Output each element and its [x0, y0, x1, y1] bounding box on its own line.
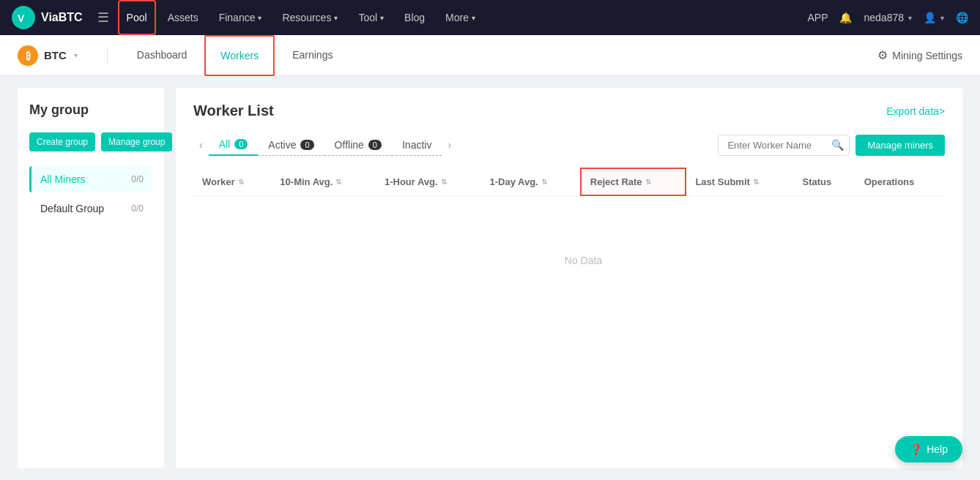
col-1day: 1-Day Avg. ⇅ [480, 168, 580, 195]
mining-settings-link[interactable]: ⚙ Mining Settings [877, 48, 962, 62]
help-button[interactable]: ❓ Help [895, 436, 962, 462]
chevron-down-icon: ▾ [258, 14, 261, 22]
chevron-down-icon: ▾ [380, 14, 384, 22]
logo-text: ViaBTC [41, 11, 83, 24]
content-header: Worker List Export data> [193, 102, 945, 119]
sidebar-item-all-miners[interactable]: All Miners 0/0 [29, 166, 152, 192]
col-worker: Worker ⇅ [193, 168, 271, 195]
user-chevron-icon: ▾ [908, 14, 912, 22]
filter-tab-active[interactable]: Active 0 [258, 135, 324, 156]
no-data-cell: No Data [480, 195, 686, 325]
tab-earnings[interactable]: Earnings [278, 35, 347, 76]
btc-icon: ₿ [18, 45, 38, 66]
sort-icon: ⇅ [335, 178, 341, 186]
filter-bar: ‹ All 0 Active 0 Offline 0 Inactiv › [193, 134, 945, 156]
filter-tab-offline[interactable]: Offline 0 [324, 135, 392, 156]
account-chevron-icon: ▾ [940, 14, 944, 22]
offline-badge: 0 [368, 140, 382, 150]
language-icon[interactable]: 🌐 [956, 12, 968, 23]
coin-chevron-icon: ▾ [74, 51, 78, 59]
create-group-button[interactable]: Create group [29, 132, 95, 151]
col-reject-rate: Reject Rate ⇅ [581, 168, 686, 195]
notification-icon[interactable]: 🔔 [839, 12, 852, 23]
default-group-badge: 0/0 [131, 203, 144, 214]
col-10min: 10-Min Avg. ⇅ [271, 168, 376, 195]
worker-table: Worker ⇅ 10-Min Avg. ⇅ 1 [193, 168, 945, 325]
col-1hour: 1-Hour Avg. ⇅ [376, 168, 481, 195]
sub-navigation: ₿ BTC ▾ Dashboard Workers Earnings ⚙ Min… [0, 35, 980, 76]
nav-right: APP 🔔 neda878 ▾ 👤 ▾ 🌐 [807, 12, 968, 23]
nav-item-tool[interactable]: Tool ▾ [349, 0, 393, 35]
active-badge: 0 [300, 140, 313, 150]
manage-miners-button[interactable]: Manage miners [855, 135, 945, 156]
sort-icon: ⇅ [645, 178, 651, 186]
search-area: 🔍 Manage miners [718, 135, 945, 156]
search-button[interactable]: 🔍 [831, 139, 844, 151]
nav-item-assets[interactable]: Assets [159, 0, 207, 35]
gear-icon: ⚙ [877, 48, 888, 62]
nav-item-resources[interactable]: Resources ▾ [273, 0, 346, 35]
nav-item-blog[interactable]: Blog [396, 0, 434, 35]
main-content: Worker List Export data> ‹ All 0 Active … [176, 88, 962, 468]
nav-item-more[interactable]: More ▾ [437, 0, 484, 35]
all-miners-badge: 0/0 [131, 174, 144, 184]
sort-icon: ⇅ [541, 178, 547, 186]
sort-icon: ⇅ [753, 178, 759, 186]
tab-dashboard[interactable]: Dashboard [122, 35, 202, 76]
col-status: Status [794, 168, 855, 195]
filter-tab-inactive[interactable]: Inactiv [392, 135, 442, 156]
app-link[interactable]: APP [807, 12, 828, 23]
logo[interactable]: V ViaBTC [12, 6, 83, 29]
page-title: Worker List [193, 102, 274, 119]
top-navigation: V ViaBTC ☰ Pool Assets Finance ▾ Resourc… [0, 0, 980, 35]
col-operations: Operations [855, 168, 945, 195]
nav-item-finance[interactable]: Finance ▾ [210, 0, 271, 35]
all-badge: 0 [234, 139, 248, 149]
nav-item-pool[interactable]: Pool [118, 0, 156, 35]
chevron-down-icon: ▾ [334, 14, 338, 22]
filter-tab-all[interactable]: All 0 [209, 134, 259, 156]
chevron-down-icon: ▾ [472, 14, 475, 22]
search-input-wrap: 🔍 [718, 135, 850, 156]
filter-next-button[interactable]: › [442, 136, 457, 154]
col-last-submit: Last Submit ⇅ [686, 168, 793, 195]
tab-workers[interactable]: Workers [204, 35, 275, 76]
no-data-row: No Data [193, 195, 945, 325]
sidebar-title: My group [29, 102, 152, 118]
account-icon[interactable]: 👤 ▾ [924, 12, 944, 23]
coin-name: BTC [44, 49, 67, 61]
sort-icon: ⇅ [441, 178, 447, 186]
sidebar: My group Create group Manage group All M… [18, 88, 164, 468]
search-input[interactable] [718, 135, 850, 156]
user-menu[interactable]: neda878 ▾ [864, 12, 912, 23]
filter-prev-button[interactable]: ‹ [193, 136, 209, 154]
filter-tabs: ‹ All 0 Active 0 Offline 0 Inactiv › [193, 134, 457, 156]
sub-nav-tabs: Dashboard Workers Earnings [122, 35, 348, 76]
sort-icon: ⇅ [238, 178, 244, 186]
export-data-link[interactable]: Export data> [886, 105, 945, 117]
hamburger-icon[interactable]: ☰ [92, 7, 115, 29]
sidebar-buttons: Create group Manage group [29, 132, 152, 151]
help-icon: ❓ [910, 443, 922, 455]
divider [107, 47, 108, 64]
manage-group-button[interactable]: Manage group [101, 132, 172, 151]
svg-text:V: V [18, 12, 25, 24]
coin-selector[interactable]: ₿ BTC ▾ [18, 45, 92, 66]
main-layout: My group Create group Manage group All M… [0, 76, 980, 480]
sidebar-item-default-group[interactable]: Default Group 0/0 [29, 195, 152, 222]
